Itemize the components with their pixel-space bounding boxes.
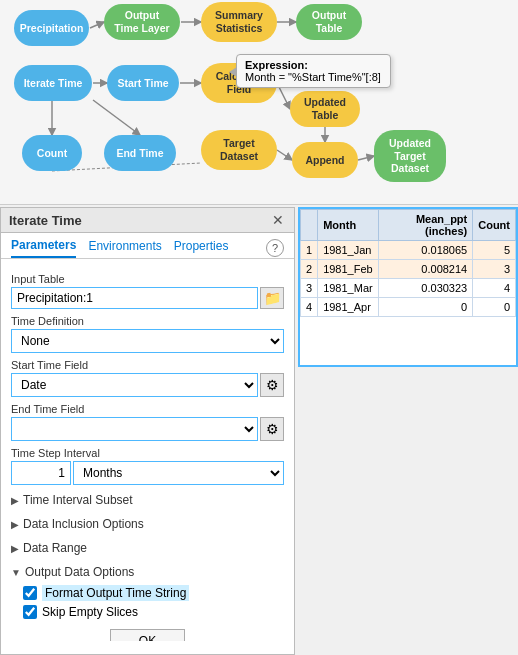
collapsible-output-data: ▼ Output Data Options Format Output Time… [11, 563, 284, 619]
cell-rownum: 2 [301, 260, 318, 279]
cell-count: 4 [473, 279, 516, 298]
cell-rownum: 1 [301, 241, 318, 260]
col-header-rownum [301, 210, 318, 241]
cell-month: 1981_Apr [318, 298, 379, 317]
table-row: 1 1981_Jan 0.018065 5 [301, 241, 516, 260]
tab-parameters[interactable]: Parameters [11, 238, 76, 258]
cell-rownum: 4 [301, 298, 318, 317]
collapsible-data-range-header[interactable]: ▶ Data Range [11, 539, 284, 557]
cell-month: 1981_Jan [318, 241, 379, 260]
tab-environments[interactable]: Environments [88, 239, 161, 257]
table-row: 2 1981_Feb 0.008214 3 [301, 260, 516, 279]
collapsible-data-inclusion-header[interactable]: ▶ Data Inclusion Options [11, 515, 284, 533]
data-table: Month Mean_ppt (inches) Count 1 1981_Jan… [300, 209, 516, 317]
arrow-down-icon: ▼ [11, 567, 21, 578]
folder-icon[interactable]: 📁 [260, 287, 284, 309]
skip-empty-checkbox[interactable] [23, 605, 37, 619]
start-time-label: Start Time Field [11, 359, 284, 371]
end-time-select[interactable] [11, 417, 258, 441]
collapsible-data-inclusion-label: Data Inclusion Options [23, 517, 144, 531]
col-header-month: Month [318, 210, 379, 241]
start-time-row: Date ⚙ [11, 373, 284, 397]
node-iterate-time[interactable]: Iterate Time [14, 65, 92, 101]
settings-icon-end[interactable]: ⚙ [260, 417, 284, 441]
end-time-label: End Time Field [11, 403, 284, 415]
skip-empty-label: Skip Empty Slices [42, 605, 138, 619]
table-header-row: Month Mean_ppt (inches) Count [301, 210, 516, 241]
time-step-label: Time Step Interval [11, 447, 284, 459]
ok-button[interactable]: OK [110, 629, 185, 641]
cell-mean-ppt: 0 [378, 298, 473, 317]
flow-diagram: Precipitation OutputTime Layer SummarySt… [0, 0, 518, 205]
collapsible-output-data-label: Output Data Options [25, 565, 134, 579]
close-button[interactable]: ✕ [270, 212, 286, 228]
collapsible-data-range-label: Data Range [23, 541, 87, 555]
svg-line-7 [93, 100, 140, 135]
time-step-unit-select[interactable]: Months [73, 461, 284, 485]
ok-btn-row: OK [11, 629, 284, 641]
time-step-number[interactable] [11, 461, 71, 485]
format-output-label: Format Output Time String [42, 585, 189, 601]
panel-title: Iterate Time [9, 213, 82, 228]
node-start-time[interactable]: Start Time [107, 65, 179, 101]
collapsible-output-data-header[interactable]: ▼ Output Data Options [11, 563, 284, 581]
svg-line-0 [90, 22, 104, 28]
cell-count: 5 [473, 241, 516, 260]
node-precipitation[interactable]: Precipitation [14, 10, 89, 46]
node-append[interactable]: Append [292, 142, 358, 178]
cell-mean-ppt: 0.030323 [378, 279, 473, 298]
data-table-panel: Month Mean_ppt (inches) Count 1 1981_Jan… [298, 207, 518, 367]
node-updated-table[interactable]: UpdatedTable [290, 91, 360, 127]
collapsible-time-interval-label: Time Interval Subset [23, 493, 133, 507]
time-step-row: Months [11, 461, 284, 485]
start-time-select[interactable]: Date [11, 373, 258, 397]
iterate-time-panel: Iterate Time ✕ Parameters Environments P… [0, 207, 295, 655]
col-header-mean-ppt: Mean_ppt (inches) [378, 210, 473, 241]
svg-line-9 [358, 156, 374, 160]
panel-tabs: Parameters Environments Properties ? [1, 233, 294, 259]
input-table-label: Input Table [11, 273, 284, 285]
collapsible-time-interval-header[interactable]: ▶ Time Interval Subset [11, 491, 284, 509]
collapsible-data-range: ▶ Data Range [11, 539, 284, 557]
tab-properties[interactable]: Properties [174, 239, 229, 257]
cell-month: 1981_Feb [318, 260, 379, 279]
collapsible-data-inclusion: ▶ Data Inclusion Options [11, 515, 284, 533]
table-row: 3 1981_Mar 0.030323 4 [301, 279, 516, 298]
skip-empty-checkbox-row: Skip Empty Slices [23, 605, 284, 619]
node-output-time-layer[interactable]: OutputTime Layer [104, 4, 180, 40]
expression-label: Expression: [245, 59, 382, 71]
node-updated-target-dataset[interactable]: UpdatedTargetDataset [374, 130, 446, 182]
node-output-table[interactable]: OutputTable [296, 4, 362, 40]
cell-count: 3 [473, 260, 516, 279]
node-target-dataset[interactable]: TargetDataset [201, 130, 277, 170]
expression-value: Month = "%Start Time%"[:8] [245, 71, 382, 83]
cell-rownum: 3 [301, 279, 318, 298]
svg-line-8 [277, 150, 292, 160]
expression-box: Expression: Month = "%Start Time%"[:8] [236, 54, 391, 88]
format-output-checkbox[interactable] [23, 586, 37, 600]
node-end-time[interactable]: End Time [104, 135, 176, 171]
table-row: 4 1981_Apr 0 0 [301, 298, 516, 317]
arrow-right-icon: ▶ [11, 495, 19, 506]
time-definition-select[interactable]: None [11, 329, 284, 353]
node-count[interactable]: Count [22, 135, 82, 171]
cell-mean-ppt: 0.018065 [378, 241, 473, 260]
input-table-field[interactable] [11, 287, 258, 309]
col-header-count: Count [473, 210, 516, 241]
time-definition-label: Time Definition [11, 315, 284, 327]
collapsible-time-interval: ▶ Time Interval Subset [11, 491, 284, 509]
node-summary-statistics[interactable]: SummaryStatistics [201, 2, 277, 42]
format-output-checkbox-row: Format Output Time String [23, 585, 284, 601]
panel-header: Iterate Time ✕ [1, 208, 294, 233]
arrow-right-icon-3: ▶ [11, 543, 19, 554]
cell-mean-ppt: 0.008214 [378, 260, 473, 279]
end-time-row: ⚙ [11, 417, 284, 441]
help-icon[interactable]: ? [266, 239, 284, 257]
cell-month: 1981_Mar [318, 279, 379, 298]
settings-icon-start[interactable]: ⚙ [260, 373, 284, 397]
cell-count: 0 [473, 298, 516, 317]
panel-body: Input Table 📁 Time Definition None Start… [1, 259, 294, 641]
input-table-row: 📁 [11, 287, 284, 309]
arrow-right-icon-2: ▶ [11, 519, 19, 530]
